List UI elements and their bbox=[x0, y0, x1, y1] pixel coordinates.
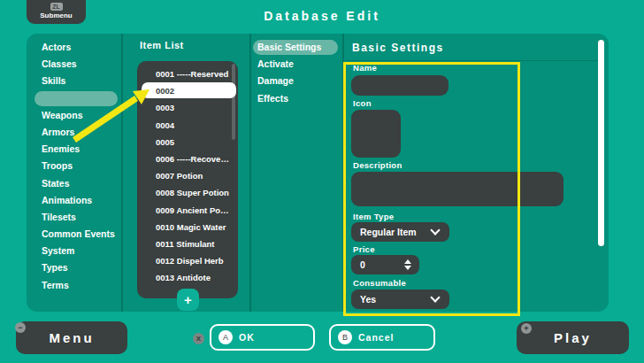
sidebar-item[interactable]: Items bbox=[27, 90, 121, 107]
sidebar-item[interactable]: Armors bbox=[27, 124, 121, 141]
sidebar-item[interactable]: Weapons bbox=[27, 107, 121, 124]
item-list-row[interactable]: 0006 -----Recove… bbox=[137, 151, 238, 167]
section-menu-item[interactable]: Activate bbox=[250, 56, 343, 73]
sidebar-item[interactable]: Tilesets bbox=[27, 209, 121, 226]
item-list-row[interactable]: 0008 Super Potion bbox=[137, 184, 238, 201]
detail-panel-scrollbar[interactable] bbox=[598, 40, 604, 246]
sidebar-item[interactable]: Terms bbox=[27, 277, 121, 294]
item-list-row[interactable]: 0004 bbox=[137, 117, 238, 134]
plus-key-icon: + bbox=[521, 323, 532, 334]
description-label: Description bbox=[353, 160, 402, 170]
sidebar-item[interactable]: Skills bbox=[27, 73, 121, 89]
a-key-icon: A bbox=[218, 330, 233, 344]
sidebar-item[interactable]: Classes bbox=[27, 56, 121, 73]
stepper-arrows-icon[interactable] bbox=[404, 259, 411, 270]
chevron-down-icon bbox=[430, 292, 440, 302]
item-list-header: Item List bbox=[140, 40, 184, 50]
sidebar-item[interactable]: Enemies bbox=[27, 141, 121, 158]
play-button[interactable]: + Play bbox=[517, 321, 629, 354]
item-list: 0001 -----Reserved00020003000400050006 -… bbox=[137, 66, 238, 286]
name-input[interactable] bbox=[351, 75, 448, 96]
price-value: 0 bbox=[360, 259, 365, 270]
detail-panel-title: Basic Settings bbox=[352, 42, 444, 54]
add-item-button[interactable]: + bbox=[177, 289, 199, 311]
item-list-row[interactable]: 0009 Ancient Po… bbox=[137, 202, 238, 219]
chevron-down-icon bbox=[430, 225, 440, 235]
icon-label: Icon bbox=[353, 98, 372, 108]
category-sidebar: ActorsClassesSkillsItemsWeaponsArmorsEne… bbox=[27, 39, 121, 294]
sidebar-item[interactable]: States bbox=[27, 175, 121, 192]
item-list-row[interactable]: 0002 bbox=[137, 82, 238, 99]
cancel-button[interactable]: B Cancel bbox=[329, 324, 435, 351]
item-list-row[interactable]: 0013 Antidote bbox=[137, 269, 238, 286]
b-key-icon: B bbox=[338, 330, 352, 344]
minus-key-icon: − bbox=[15, 322, 26, 333]
ok-button[interactable]: A OK bbox=[210, 324, 315, 351]
page-title: Database Edit bbox=[0, 9, 644, 23]
section-menu-item[interactable]: Basic Settings bbox=[250, 39, 343, 56]
section-menu: Basic SettingsActivateDamageEffects bbox=[250, 39, 343, 107]
item-type-select[interactable]: Regular Item bbox=[351, 222, 449, 242]
cancel-label: Cancel bbox=[358, 332, 394, 343]
menu-button[interactable]: − Menu bbox=[16, 321, 127, 354]
item-type-value: Regular Item bbox=[360, 227, 417, 237]
name-label: Name bbox=[353, 63, 377, 73]
section-menu-item[interactable]: Damage bbox=[250, 73, 343, 89]
menu-label: Menu bbox=[49, 330, 94, 345]
section-menu-item[interactable]: Effects bbox=[250, 90, 343, 107]
detail-header-divider bbox=[346, 60, 602, 61]
description-input[interactable] bbox=[351, 172, 564, 206]
item-list-row[interactable]: 0012 Dispel Herb bbox=[137, 252, 238, 269]
price-label: Price bbox=[353, 244, 375, 254]
sidebar-item[interactable]: Types bbox=[27, 259, 121, 276]
sidebar-item[interactable]: Common Events bbox=[27, 226, 121, 243]
play-label: Play bbox=[554, 330, 592, 345]
item-type-label: Item Type bbox=[353, 212, 394, 221]
item-list-row[interactable]: 0007 Potion bbox=[137, 167, 238, 184]
ok-label: OK bbox=[239, 332, 255, 343]
arrow-down-icon[interactable] bbox=[404, 266, 411, 270]
arrow-up-icon[interactable] bbox=[404, 259, 411, 264]
x-key-icon: X bbox=[193, 333, 204, 344]
sidebar-item[interactable]: Actors bbox=[27, 39, 121, 56]
sidebar-item[interactable]: Animations bbox=[27, 192, 121, 209]
consumable-value: Yes bbox=[360, 294, 376, 305]
item-list-row[interactable]: 0011 Stimulant bbox=[137, 236, 238, 252]
sidebar-item[interactable]: Troops bbox=[27, 158, 121, 174]
column-divider bbox=[121, 34, 123, 312]
item-list-panel: 0001 -----Reserved00020003000400050006 -… bbox=[137, 61, 238, 298]
item-list-row[interactable]: 0010 Magic Water bbox=[137, 219, 238, 236]
consumable-select[interactable]: Yes bbox=[351, 290, 449, 309]
price-stepper[interactable]: 0 bbox=[351, 255, 419, 274]
item-list-row[interactable]: 0003 bbox=[137, 99, 238, 116]
item-list-row[interactable]: 0005 bbox=[137, 134, 238, 151]
consumable-label: Consumable bbox=[353, 278, 406, 288]
icon-picker[interactable] bbox=[351, 110, 401, 158]
item-list-row[interactable]: 0001 -----Reserved bbox=[137, 66, 238, 82]
sidebar-item[interactable]: System bbox=[27, 243, 121, 259]
